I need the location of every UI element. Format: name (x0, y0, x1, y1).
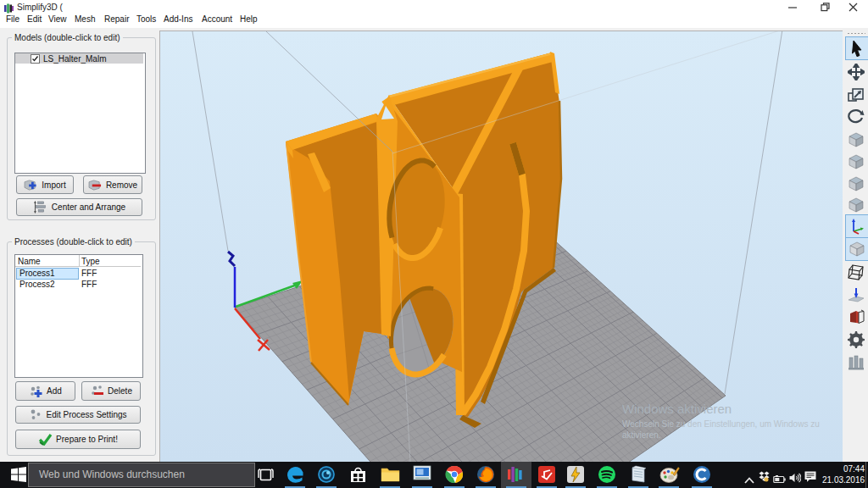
svg-text:Wechseln Sie zu den Einstellun: Wechseln Sie zu den Einstellungen, um Wi… (622, 419, 820, 429)
svg-text:Windows aktivieren: Windows aktivieren (622, 402, 732, 416)
svg-text:aktivieren.: aktivieren. (622, 430, 661, 440)
